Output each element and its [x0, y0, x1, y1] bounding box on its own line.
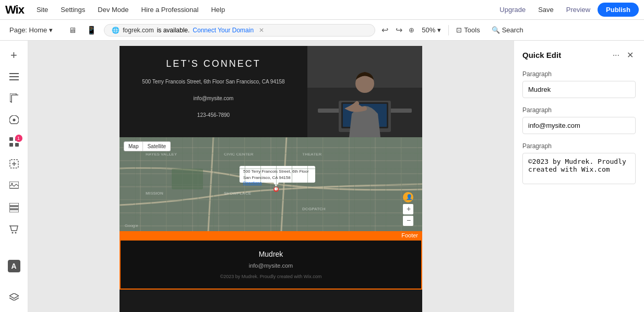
svg-text:−: −: [407, 216, 411, 224]
footer-email: info@mysite.com: [131, 262, 411, 269]
svg-rect-65: [403, 215, 413, 226]
person-photo: [307, 46, 422, 137]
svg-rect-54: [240, 166, 315, 183]
desktop-button[interactable]: 🖥: [64, 23, 80, 37]
svg-text:San Francisco, CA 94158: San Francisco, CA 94158: [243, 175, 291, 180]
svg-point-19: [15, 232, 16, 233]
app-market-icon: A: [8, 260, 20, 272]
wix-logo: Wix: [5, 3, 24, 17]
main-layout: + 1: [0, 41, 644, 312]
save-button[interactable]: Save: [533, 4, 559, 16]
svg-point-59: [273, 187, 279, 192]
svg-rect-8: [9, 143, 13, 147]
design-icon: [9, 115, 19, 127]
svg-point-5: [13, 118, 15, 121]
map-background: HAYES VALLEY CIVIC CENTER THEATER MISSIO…: [120, 137, 422, 231]
pages-icon: [10, 93, 18, 105]
svg-text:MISSION: MISSION: [146, 191, 163, 196]
left-sidebar: + 1: [0, 41, 28, 312]
nav-site[interactable]: Site: [31, 4, 53, 16]
paragraph-textarea-3[interactable]: [522, 153, 636, 184]
sidebar-item-layers[interactable]: [4, 287, 25, 308]
sidebar-item-apps[interactable]: 1: [4, 133, 25, 153]
search-button[interactable]: 🔍 Search: [487, 24, 528, 36]
connect-domain-link[interactable]: Connect Your Domain: [193, 27, 254, 34]
contact-address: 500 Terry Francois Street, 6th Floor San…: [135, 78, 292, 119]
quick-edit-more-button[interactable]: ···: [611, 50, 622, 61]
svg-rect-4: [11, 95, 18, 103]
svg-text:👤: 👤: [406, 194, 413, 200]
quick-edit-field-3: Paragraph: [522, 142, 636, 186]
nav-settings[interactable]: Settings: [55, 4, 90, 16]
sidebar-item-store[interactable]: [4, 220, 25, 241]
svg-rect-1: [9, 76, 19, 77]
mobile-button[interactable]: 📱: [82, 23, 101, 37]
device-buttons: 🖥 📱: [64, 23, 101, 37]
media-icon: [9, 182, 19, 193]
svg-rect-15: [9, 203, 19, 206]
page-dropdown[interactable]: Page: Home ▾: [5, 24, 57, 36]
map-view-button[interactable]: Map: [124, 141, 143, 151]
paragraph-input-2[interactable]: [522, 117, 636, 134]
nav-hire[interactable]: Hire a Professional: [136, 4, 204, 16]
store-icon: [9, 225, 19, 237]
svg-text:HAYES VALLEY: HAYES VALLEY: [146, 152, 177, 157]
tools-button[interactable]: ⊡ Tools: [452, 24, 484, 36]
redo-button[interactable]: ↪: [392, 23, 406, 37]
domain-available-text: is available.: [157, 27, 190, 34]
satellite-view-button[interactable]: Satellite: [143, 141, 171, 151]
svg-rect-53: [172, 169, 203, 189]
sidebar-item-add[interactable]: +: [4, 45, 25, 66]
search-label: Search: [502, 26, 523, 34]
svg-point-14: [11, 183, 13, 184]
close-domain-banner-icon[interactable]: ✕: [259, 27, 264, 34]
zoom-control[interactable]: 50% ▾: [418, 24, 445, 36]
svg-marker-58: [273, 183, 279, 187]
svg-text:+: +: [407, 205, 411, 213]
sidebar-item-pages[interactable]: [4, 89, 25, 110]
database-icon: [9, 203, 19, 215]
add-section-icon: [9, 159, 19, 171]
paragraph-label-1: Paragraph: [522, 70, 636, 78]
svg-text:DOGPATCH: DOGPATCH: [302, 207, 326, 211]
sidebar-item-media[interactable]: [4, 176, 25, 197]
domain-text: fogrek.com: [123, 27, 153, 34]
undo-button[interactable]: ↩: [378, 23, 391, 37]
menu-icon: [9, 72, 19, 83]
sidebar-item-menu[interactable]: [4, 67, 25, 88]
nav-dev-mode[interactable]: Dev Mode: [92, 4, 134, 16]
paragraph-label-2: Paragraph: [522, 106, 636, 114]
tools-label: Tools: [464, 26, 480, 34]
svg-rect-6: [9, 137, 13, 141]
footer-label: Footer: [401, 232, 418, 238]
svg-rect-16: [9, 207, 19, 209]
preview-button[interactable]: Preview: [561, 4, 595, 16]
zoom-value: 50%: [422, 26, 435, 34]
svg-rect-28: [120, 137, 422, 231]
add-icon: +: [10, 49, 17, 62]
publish-button[interactable]: Publish: [598, 3, 639, 17]
svg-rect-0: [9, 73, 19, 74]
svg-point-60: [275, 187, 278, 190]
layers-icon: [9, 292, 19, 303]
paragraph-input-1[interactable]: [522, 81, 636, 98]
quick-edit-close-button[interactable]: ✕: [625, 49, 636, 61]
contact-section: LET'S CONNECT 500 Terry Francois Street,…: [120, 46, 422, 137]
sidebar-item-database[interactable]: [4, 198, 25, 219]
upgrade-button[interactable]: Upgrade: [494, 4, 531, 16]
nav-help[interactable]: Help: [206, 4, 230, 16]
svg-rect-2: [9, 79, 19, 80]
sidebar-item-app-market[interactable]: A: [4, 256, 25, 277]
svg-text:500 Terry Francois Street, 6th: 500 Terry Francois Street, 6th Floor: [243, 169, 309, 174]
quick-edit-actions: ··· ✕: [611, 49, 636, 61]
sidebar-item-add-section[interactable]: [4, 154, 25, 175]
svg-rect-17: [9, 210, 19, 212]
sidebar-item-design[interactable]: [4, 111, 25, 131]
contact-image: [307, 46, 422, 137]
svg-text:CIVIC CENTER: CIVIC CENTER: [224, 152, 254, 157]
canvas-area: LET'S CONNECT 500 Terry Francois Street,…: [28, 41, 514, 312]
paragraph-label-3: Paragraph: [522, 142, 636, 150]
map-controls: Map Satellite: [124, 141, 171, 151]
svg-text:THEATER: THEATER: [302, 152, 321, 157]
chevron-down-icon: ▾: [49, 26, 53, 34]
